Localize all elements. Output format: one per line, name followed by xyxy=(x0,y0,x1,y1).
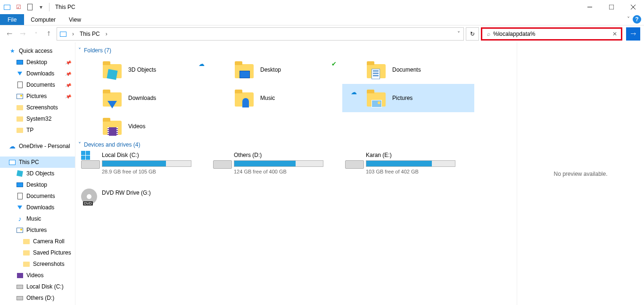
folder-music[interactable]: Music xyxy=(210,84,342,112)
minimize-button[interactable] xyxy=(579,0,601,14)
pc-icon xyxy=(8,158,16,166)
sidebar-label: Downloads xyxy=(26,204,54,211)
sidebar-label: Pictures xyxy=(26,93,47,99)
sidebar-cameraroll[interactable]: Camera Roll xyxy=(0,236,75,247)
sidebar-screenshots[interactable]: Screenshots xyxy=(0,102,75,113)
close-button[interactable] xyxy=(622,0,644,14)
drive-c[interactable]: Local Disk (C:) 28.9 GB free of 105 GB xyxy=(78,150,210,183)
chevron-down-icon: ˅ xyxy=(78,47,81,54)
music-icon: ♪ xyxy=(16,215,24,223)
sidebar-pictures2[interactable]: Pictures xyxy=(0,224,75,236)
sidebar-label: System32 xyxy=(26,115,51,122)
sidebar-tp[interactable]: TP xyxy=(0,124,75,136)
sidebar-savedpictures[interactable]: Saved Pictures xyxy=(0,247,75,258)
drive-usage-bar xyxy=(102,160,191,167)
folder-icon xyxy=(23,238,30,245)
section-drives-header[interactable]: ˅Devices and drives (4) xyxy=(78,141,512,148)
maximize-button[interactable] xyxy=(601,0,622,14)
sidebar-documents[interactable]: Documents📌 xyxy=(0,79,75,91)
drive-d[interactable]: Others (D:) 124 GB free of 400 GB xyxy=(210,150,342,183)
drive-label: DVD RW Drive (G:) xyxy=(102,185,207,196)
sidebar-desktop[interactable]: Desktop📌 xyxy=(0,57,75,68)
search-go-button[interactable]: 🡒 xyxy=(626,27,640,41)
search-box[interactable]: ⌕ ✕ xyxy=(481,27,622,41)
window-title: This PC xyxy=(53,4,75,10)
pin-icon: 📌 xyxy=(65,82,72,88)
nav-forward-button[interactable]: 🡒 xyxy=(17,28,28,40)
sidebar-videos[interactable]: Videos xyxy=(0,270,75,281)
drive-free-text: 124 GB free of 400 GB xyxy=(234,169,339,174)
folder-label: Music xyxy=(260,95,275,101)
folder-label: Desktop xyxy=(260,66,281,73)
folder-pictures[interactable]: ☁Pictures xyxy=(342,84,474,112)
menu-view[interactable]: View xyxy=(62,14,88,25)
folder-desktop[interactable]: Desktop✔ xyxy=(210,56,342,84)
cloud-sync-icon: ☁ xyxy=(198,60,205,67)
chevron-down-icon: ˅ xyxy=(78,141,81,148)
drive-free-text: 103 GB free of 402 GB xyxy=(366,169,471,174)
sidebar-label: TP xyxy=(26,127,33,133)
folder-documents[interactable]: Documents xyxy=(342,56,474,84)
sidebar-documents2[interactable]: Documents xyxy=(0,190,75,202)
clear-search-icon[interactable]: ✕ xyxy=(611,31,619,37)
folder-icon xyxy=(102,88,123,108)
cube-icon xyxy=(16,170,24,177)
breadcrumb-thispc[interactable]: This PC xyxy=(79,31,101,37)
qat-properties-icon[interactable]: ☑ xyxy=(13,2,24,12)
folder-downloads[interactable]: Downloads xyxy=(78,84,210,112)
cloud-sync-icon: ☁ xyxy=(351,89,357,96)
section-title: Devices and drives (4) xyxy=(84,141,140,148)
sidebar-onedrive[interactable]: ☁OneDrive - Personal xyxy=(0,140,75,152)
folder-icon xyxy=(23,249,30,256)
address-history-dropdown[interactable]: ˅ xyxy=(456,31,462,37)
section-folders-header[interactable]: ˅Folders (7) xyxy=(78,47,512,54)
sidebar-downloads[interactable]: Downloads📌 xyxy=(0,68,75,79)
sidebar-label: This PC xyxy=(19,159,39,165)
sidebar-label: Saved Pictures xyxy=(33,249,71,256)
drive-dvd[interactable]: DVD DVD RW Drive (G:) xyxy=(78,183,210,216)
sidebar-thispc[interactable]: This PC xyxy=(0,157,75,168)
menu-computer[interactable]: Computer xyxy=(24,14,62,25)
folder-videos[interactable]: Videos xyxy=(78,112,210,140)
cloud-icon: ☁ xyxy=(8,142,16,150)
menu-file[interactable]: File xyxy=(0,14,24,25)
sidebar-pictures[interactable]: Pictures📌 xyxy=(0,91,75,102)
sidebar-label: Others (D:) xyxy=(26,295,54,301)
search-input[interactable] xyxy=(493,31,611,37)
qat-newfolder-icon[interactable] xyxy=(25,2,35,12)
sidebar-music[interactable]: ♪Music xyxy=(0,213,75,224)
preview-message: No preview available. xyxy=(553,171,607,177)
nav-up-button[interactable]: 🡑 xyxy=(43,28,55,40)
sidebar-label: Screenshots xyxy=(26,104,58,111)
breadcrumb-chevron-icon[interactable]: › xyxy=(104,31,109,37)
system-icon[interactable] xyxy=(2,2,12,12)
qat-dropdown-icon[interactable]: ▾ xyxy=(36,2,46,12)
ribbon-expand-icon[interactable]: ˅ xyxy=(627,16,630,23)
sidebar-localdiskc[interactable]: Local Disk (C:) xyxy=(0,281,75,292)
pin-icon: 📌 xyxy=(65,93,72,99)
folder-label: Pictures xyxy=(392,95,413,101)
svg-rect-1 xyxy=(609,5,614,9)
sidebar-othersd[interactable]: Others (D:) xyxy=(0,292,75,304)
refresh-button[interactable]: ↻ xyxy=(466,27,479,41)
sidebar-system32[interactable]: System32 xyxy=(0,113,75,124)
sidebar-quick-access[interactable]: ★Quick access xyxy=(0,45,75,57)
folder-icon xyxy=(23,260,30,268)
sidebar-desktop2[interactable]: Desktop xyxy=(0,179,75,190)
sidebar-3dobjects[interactable]: 3D Objects xyxy=(0,168,75,179)
drive-usage-bar xyxy=(234,160,323,167)
sidebar-screenshots2[interactable]: Screenshots xyxy=(0,258,75,270)
drive-e[interactable]: Karan (E:) 103 GB free of 402 GB xyxy=(342,150,474,183)
breadcrumb-chevron-icon[interactable]: › xyxy=(70,31,76,37)
desktop-icon xyxy=(16,58,24,66)
preview-pane: No preview available. xyxy=(517,42,644,305)
help-icon[interactable]: ? xyxy=(633,15,641,24)
nav-back-button[interactable]: 🡐 xyxy=(4,28,15,40)
address-bar[interactable]: › This PC › ˅ xyxy=(57,27,464,41)
folder-3dobjects[interactable]: 3D Objects☁ xyxy=(78,56,210,84)
nav-recent-dropdown[interactable]: ˅ xyxy=(30,28,41,40)
thispc-icon xyxy=(59,30,67,38)
sidebar-label: Videos xyxy=(26,272,43,279)
desktop-icon xyxy=(16,181,24,189)
sidebar-downloads2[interactable]: Downloads xyxy=(0,202,75,213)
